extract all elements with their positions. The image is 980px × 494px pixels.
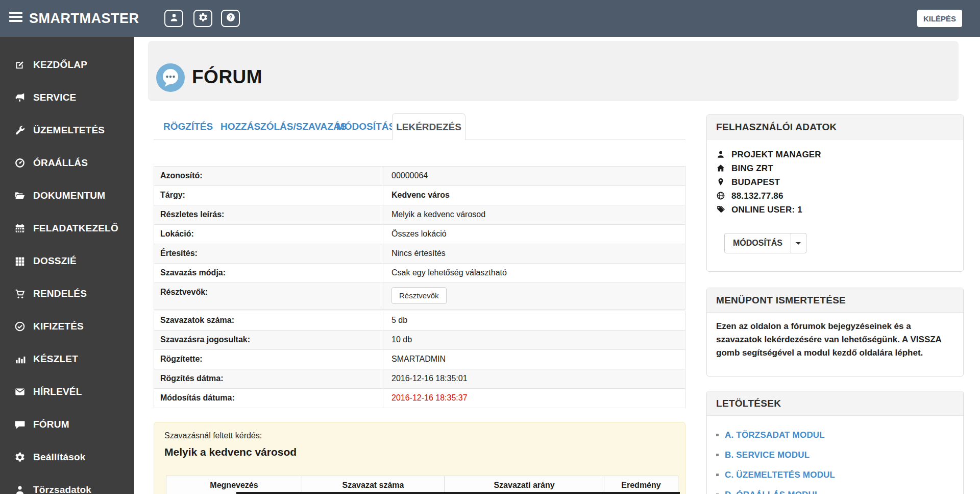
bar-chart-icon — [14, 354, 26, 365]
poll-column-header: Szavazati arány — [444, 476, 604, 494]
user-icon — [716, 150, 726, 160]
download-link[interactable]: C. ÜZEMELTETÉS MODUL — [725, 470, 835, 480]
sidebar-item-label: RENDELÉS — [33, 288, 87, 299]
logout-button[interactable]: KILÉPÉS — [917, 10, 962, 27]
sidebar-item-kezdolap[interactable]: KEZDŐLAP — [0, 49, 134, 81]
folder-open-icon — [14, 190, 26, 201]
online-users: ONLINE USER: 1 — [731, 205, 802, 215]
forum-bubble-icon — [156, 63, 185, 92]
sidebar-item-torzsadatok[interactable]: Törzsadatok — [0, 474, 134, 494]
sidebar-item-dokumentum[interactable]: DOKUMENTUM — [0, 179, 134, 212]
table-row: Lokáció: Összes lokáció — [154, 225, 685, 244]
row-value: Résztvevők — [383, 283, 685, 309]
company-name: BING ZRT — [731, 163, 773, 174]
row-value: 5 db — [383, 311, 685, 330]
sidebar-item-dosszie[interactable]: DOSSZIÉ — [0, 245, 134, 277]
list-item: ONLINE USER: 1 — [716, 203, 821, 217]
modify-dropdown-toggle[interactable] — [791, 233, 806, 253]
sidebar-item-keszlet[interactable]: KÉSZLET — [0, 343, 134, 375]
bullhorn-icon — [14, 92, 26, 103]
row-label: Résztvevők: — [154, 283, 383, 309]
chevron-down-icon — [796, 242, 801, 245]
sidebar-item-rendeles[interactable]: RENDELÉS — [0, 277, 134, 310]
tab-bar: RÖGZÍTÉS HOZZÁSZÓLÁS/SZAVAZÁS MÓDOSÍTÁS … — [154, 113, 685, 139]
settings-button[interactable] — [193, 10, 212, 27]
sidebar-item-hirlevel[interactable]: HÍRLEVÉL — [0, 375, 134, 408]
application-window: SMARTMASTER ? KILÉPÉS KEZDŐLAP SERVICE Ü… — [0, 0, 980, 494]
row-label: Rögzítette: — [154, 350, 383, 369]
wrench-icon — [14, 125, 26, 136]
sidebar-item-label: Törzsadatok — [33, 484, 91, 494]
tab-lekerdezes-active[interactable]: LEKÉRDEZÉS — [392, 113, 465, 140]
sidebar-item-forum[interactable]: FÓRUM — [0, 408, 134, 441]
table-row: Szavazatok száma: 5 db — [154, 311, 685, 331]
sidebar-item-label: KEZDŐLAP — [33, 59, 87, 70]
table-row: Szavazásra jogosultak: 10 db — [154, 331, 685, 350]
topbar: SMARTMASTER ? KILÉPÉS — [0, 0, 980, 37]
poll-panel: Szavazásnál feltett kérdés: Melyik a ked… — [154, 422, 685, 494]
sidebar-item-label: SERVICE — [33, 92, 76, 103]
downloads-panel: LETÖLTÉSEK A. TÖRZSADAT MODUL B. SERVICE… — [706, 391, 964, 494]
svg-text:?: ? — [229, 14, 232, 20]
poll-question: Melyik a kedvenc városod — [164, 446, 297, 458]
table-row: Rögzítés dátma: 2016-12-16 18:35:01 — [154, 369, 685, 389]
row-value: Kedvenc város — [383, 186, 685, 205]
tags-icon — [716, 205, 726, 215]
sidebar-item-label: Beállítások — [33, 452, 86, 463]
sidebar-item-label: DOKUMENTUM — [33, 190, 105, 201]
row-label: Rögzítés dátma: — [154, 369, 383, 388]
brand-title: SMARTMASTER — [29, 0, 139, 37]
sidebar-item-label: FÓRUM — [33, 419, 69, 430]
help-button[interactable]: ? — [221, 10, 240, 27]
download-link-item[interactable]: B. SERVICE MODUL — [716, 445, 835, 465]
row-label: Szavazásra jogosultak: — [154, 331, 383, 349]
participants-button[interactable]: Résztvevők — [391, 287, 447, 304]
tachometer-icon — [14, 157, 26, 169]
list-item: BING ZRT — [716, 161, 821, 175]
hamburger-menu-icon[interactable] — [9, 12, 22, 25]
download-link[interactable]: B. SERVICE MODUL — [725, 450, 810, 460]
panel-title: FELHASZNÁLÓI ADATOK — [707, 115, 963, 139]
table-row: Részletes leírás: Melyik a kedvenc város… — [154, 205, 685, 225]
sidebar-item-kifizetes[interactable]: KIFIZETÉS — [0, 310, 134, 343]
tab-rogzites[interactable]: RÖGZÍTÉS — [163, 113, 213, 139]
download-link-item[interactable]: D. ÓRAÁLLÁS MODUL — [716, 485, 835, 494]
cart-icon — [14, 288, 26, 299]
user-data-list: PROJEKT MANAGER BING ZRT BUDAPEST 88.132… — [716, 148, 821, 217]
table-row: Értesítés: Nincs értesítés — [154, 244, 685, 264]
sidebar-item-uzemeltetes[interactable]: ÜZEMELTETÉS — [0, 114, 134, 147]
table-row: Módosítás dátuma: 2016-12-16 18:35:37 — [154, 389, 685, 408]
sidebar-item-oraallas[interactable]: ÓRAÁLLÁS — [0, 147, 134, 179]
download-link[interactable]: A. TÖRZSADAT MODUL — [725, 430, 825, 440]
sidebar-item-beallitasok[interactable]: Beállítások — [0, 441, 134, 474]
download-link-item[interactable]: A. TÖRZSADAT MODUL — [716, 425, 835, 445]
sidebar-item-feladatkezelo[interactable]: FELADATKEZELŐ — [0, 212, 134, 245]
check-circle-icon — [14, 321, 26, 332]
sidebar-item-service[interactable]: SERVICE — [0, 81, 134, 114]
calendar-icon — [14, 223, 26, 234]
modify-button[interactable]: MÓDOSÍTÁS — [724, 233, 791, 253]
help-icon: ? — [226, 12, 236, 25]
row-value: Összes lokáció — [383, 225, 685, 244]
grid-icon — [14, 255, 26, 267]
sidebar-item-label: ÓRAÁLLÁS — [33, 157, 88, 169]
row-value: Csak egy lehetőség választható — [383, 264, 685, 283]
sidebar-item-label: ÜZEMELTETÉS — [33, 125, 105, 136]
tab-modositas[interactable]: MÓDOSÍTÁS — [336, 113, 395, 139]
poll-column-header: Szavazat száma — [302, 476, 444, 494]
menu-info-text: Ezen az oldalon a fórumok bejegyzéseinek… — [716, 320, 955, 360]
user-button[interactable] — [164, 10, 183, 27]
tab-hozzaszolas-szavazas[interactable]: HOZZÁSZÓLÁS/SZAVAZÁS — [220, 113, 347, 139]
sidebar-item-label: DOSSZIÉ — [33, 255, 77, 267]
download-link-item[interactable]: C. ÜZEMELTETÉS MODUL — [716, 465, 835, 485]
row-label: Részletes leírás: — [154, 205, 383, 224]
bullet-icon — [716, 454, 719, 456]
city-name: BUDAPEST — [731, 177, 780, 187]
table-row: Rögzítette: SMARTADMIN — [154, 350, 685, 369]
sidebar-nav: KEZDŐLAP SERVICE ÜZEMELTETÉS ÓRAÁLLÁS DO… — [0, 37, 134, 494]
home-icon — [716, 163, 726, 174]
panel-title: LETÖLTÉSEK — [707, 391, 963, 416]
poll-column-header: Eredmény — [604, 476, 678, 494]
download-link[interactable]: D. ÓRAÁLLÁS MODUL — [725, 490, 820, 494]
table-row: Azonosító: 00000064 — [154, 167, 685, 186]
